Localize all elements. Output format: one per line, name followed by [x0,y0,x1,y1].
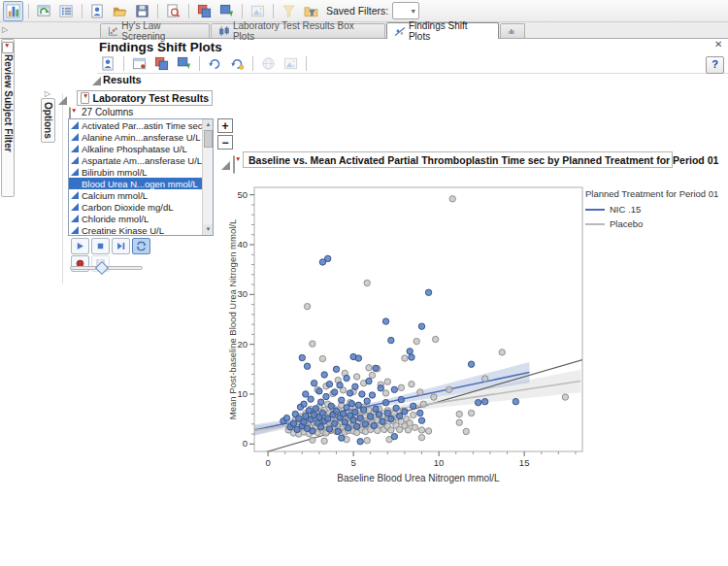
data-point[interactable] [304,363,310,369]
data-point[interactable] [425,289,431,295]
report-icon[interactable] [87,1,108,21]
column-list-icon[interactable] [56,1,77,21]
data-point[interactable] [376,412,381,417]
data-point[interactable] [306,408,312,414]
data-point[interactable] [333,366,339,372]
data-point[interactable] [418,434,424,440]
data-point[interactable] [468,361,474,367]
save-picture-icon[interactable] [216,1,237,21]
data-point[interactable] [380,418,385,424]
preview-icon[interactable] [163,1,183,21]
data-point[interactable] [425,428,431,434]
data-point[interactable] [353,423,359,429]
data-point[interactable] [475,400,480,406]
column-list-item[interactable]: Calcium mmol/L [69,189,213,201]
scatter-plot[interactable]: 05101501020304050Mean Post-baseline Bloo… [228,178,597,490]
data-point[interactable] [326,426,332,432]
data-point[interactable] [405,427,411,433]
close-icon[interactable]: ✕ [714,39,722,50]
data-point[interactable] [283,415,289,420]
data-point[interactable] [446,386,451,392]
data-point[interactable] [328,403,334,409]
data-point[interactable] [301,419,307,425]
data-point[interactable] [463,428,469,434]
data-point[interactable] [499,350,505,355]
column-list-item[interactable]: Bilirubin mmol/L [69,166,213,178]
data-point[interactable] [290,420,296,426]
data-point[interactable] [449,196,455,202]
data-point[interactable] [384,410,390,416]
data-point[interactable] [332,389,338,395]
data-point[interactable] [368,414,374,419]
data-point[interactable] [313,406,318,412]
data-point[interactable] [359,391,365,397]
data-point[interactable] [388,427,394,433]
image-icon[interactable] [248,1,268,21]
data-point[interactable] [371,422,377,428]
data-point[interactable] [339,435,345,441]
data-point[interactable] [352,409,358,415]
expand-review-filter-chevron-icon[interactable]: ▷ [2,25,12,35]
data-point[interactable] [407,420,413,426]
data-point[interactable] [353,374,359,380]
step-button[interactable] [112,238,130,254]
data-point[interactable] [418,427,424,433]
data-point[interactable] [398,396,404,402]
data-point[interactable] [398,384,404,390]
data-point[interactable] [373,365,379,371]
saved-filters-dropdown[interactable]: ▼ [392,2,419,19]
tab-hy-s-law-screening[interactable]: Hy's Law Screening [100,23,210,38]
data-point[interactable] [382,400,388,406]
scrollbar[interactable]: ▲ ▼ [202,119,213,235]
column-list-item[interactable]: Blood Urea N...ogen mmol/L [69,178,213,189]
hotspot-icon[interactable] [81,92,89,104]
data-point[interactable] [369,392,375,398]
data-point[interactable] [326,382,332,387]
data-point[interactable] [402,355,408,361]
report-icon[interactable] [98,53,118,74]
add-column-button[interactable]: + [217,118,233,133]
data-point[interactable] [417,410,423,416]
data-point[interactable] [364,398,370,404]
data-point[interactable] [402,409,408,415]
column-list-item[interactable]: Creatine Kinase U/L [69,224,213,236]
slider-thumb[interactable] [95,261,109,275]
data-point[interactable] [319,410,325,416]
window-icon[interactable] [129,53,149,74]
data-point[interactable] [432,336,438,342]
play-button[interactable] [71,238,89,254]
data-point[interactable] [384,379,390,384]
relaunch-icon[interactable] [227,53,248,74]
data-point[interactable] [332,420,338,426]
data-point[interactable] [414,338,419,344]
scroll-thumb[interactable] [204,130,213,148]
data-point[interactable] [319,355,325,361]
data-point[interactable] [412,424,417,430]
data-point[interactable] [323,393,329,399]
save-icon[interactable] [132,1,152,21]
column-panel-disclosure-icon[interactable] [58,96,67,105]
column-list-item[interactable]: Activated Par...astin Time sec [69,119,213,131]
data-point[interactable] [360,407,366,413]
data-point[interactable] [407,349,413,354]
data-point[interactable] [481,376,487,382]
loop-button[interactable] [132,238,150,254]
data-point[interactable] [311,380,316,385]
column-list-item[interactable]: Alanine Amin...ansferase U/L [69,131,213,143]
data-point[interactable] [411,403,416,409]
rerun-icon[interactable] [205,53,225,74]
results-disclosure-icon[interactable] [92,77,101,85]
data-point[interactable] [324,255,330,261]
data-point[interactable] [409,382,414,387]
data-point[interactable] [321,438,327,444]
column-list-item[interactable]: Aspartate Am...ansferase U/L [69,154,213,166]
data-point[interactable] [348,401,354,407]
data-point[interactable] [417,389,423,395]
data-point[interactable] [357,439,363,445]
remove-column-button[interactable]: − [217,135,233,150]
data-point[interactable] [344,375,349,381]
data-point[interactable] [420,401,426,407]
data-point[interactable] [418,417,424,423]
tab-findings-shift-plots[interactable]: Findings Shift Plots [386,22,499,39]
data-point[interactable] [481,398,487,404]
